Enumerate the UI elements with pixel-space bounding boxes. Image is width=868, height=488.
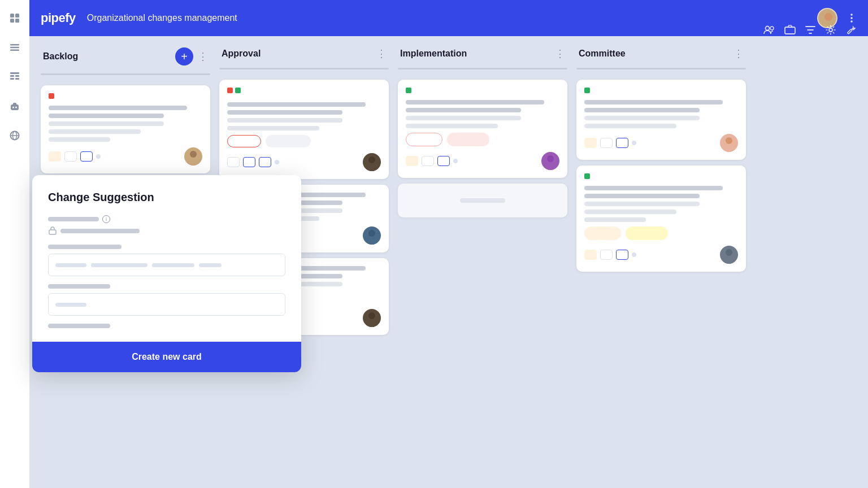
svg-rect-42: [49, 230, 56, 234]
field1-label-row: i: [48, 215, 285, 223]
field1-value-row: [48, 226, 285, 236]
field3-input[interactable]: [48, 293, 285, 316]
modal-title: Change Suggestion: [48, 191, 285, 204]
input-bar: [152, 263, 194, 267]
field4-label: [48, 324, 110, 328]
field3-label: [48, 284, 110, 289]
field1-value-bar: [60, 229, 140, 233]
modal-body: Change Suggestion i: [32, 175, 301, 342]
info-icon[interactable]: i: [102, 215, 110, 223]
modal-footer: Create new card: [32, 342, 301, 372]
field2-input[interactable]: [48, 254, 285, 276]
input-bar: [55, 263, 86, 267]
field1-label-bar: [48, 217, 99, 221]
input-bar: [199, 263, 222, 267]
input-bar: [91, 263, 147, 267]
field2-label: [48, 245, 121, 249]
attach-icon: [48, 226, 57, 236]
input-bar-small: [55, 303, 86, 307]
create-new-card-button[interactable]: Create new card: [48, 352, 285, 362]
modal-overlay: Change Suggestion i: [0, 0, 868, 488]
create-card-modal: Change Suggestion i: [32, 175, 301, 372]
